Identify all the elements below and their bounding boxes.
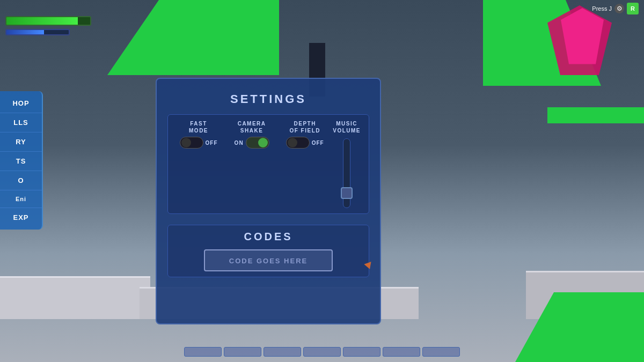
music-volume-thumb[interactable] [341, 187, 353, 199]
bottom-tab-1[interactable] [184, 347, 222, 357]
depth-of-field-state: OFF [312, 140, 324, 146]
energy-bar-fill [6, 30, 44, 34]
camera-shake-state-on: ON [235, 140, 244, 146]
camera-shake-toggle-container: ON [235, 137, 269, 149]
health-bar-fill [6, 17, 78, 25]
depth-of-field-toggle[interactable] [286, 137, 310, 149]
fast-mode-label: FASTMODE [189, 120, 208, 134]
depth-of-field-toggle-container: OFF [286, 137, 324, 149]
press-j-label: Press J [592, 5, 612, 12]
top-right-hud: Press J ⚙ R [592, 3, 639, 14]
sidebar-item-o[interactable]: O [0, 171, 42, 190]
camera-shake-group: CAMERASHAKE ON [229, 120, 274, 149]
health-bar [5, 16, 91, 26]
bottom-tab-7[interactable] [422, 347, 460, 357]
fast-mode-toggle-container: OFF [180, 137, 218, 149]
fast-mode-group: FASTMODE OFF [176, 120, 221, 149]
bottom-tab-3[interactable] [264, 347, 301, 357]
roblox-icon: R [627, 3, 639, 14]
bottom-tabs [184, 347, 460, 357]
settings-row: FASTMODE OFF CAMERASHAKE ON [167, 114, 369, 214]
fast-mode-knob [181, 138, 191, 147]
fast-mode-toggle[interactable] [180, 137, 203, 149]
depth-of-field-knob [288, 138, 297, 147]
camera-shake-toggle[interactable] [246, 137, 269, 149]
bottom-tab-6[interactable] [383, 347, 420, 357]
bottom-tab-2[interactable] [224, 347, 261, 357]
music-volume-slider[interactable] [343, 138, 350, 208]
bottom-tab-4[interactable] [303, 347, 341, 357]
settings-title: SETTINGS [230, 92, 306, 106]
depth-of-field-label: DEPTHOF FIELD [289, 120, 320, 134]
sidebar-item-hop[interactable]: HOP [0, 94, 42, 113]
music-volume-group: MUSICVOLUME [333, 120, 361, 208]
platform-mid-right [547, 107, 644, 123]
bottom-tab-5[interactable] [343, 347, 380, 357]
hud-bars [5, 16, 91, 35]
ground-left [0, 276, 150, 319]
codes-section: CODES [167, 225, 369, 277]
camera-shake-label: CAMERASHAKE [238, 120, 266, 134]
energy-bar [5, 29, 70, 35]
sidebar-item-exp[interactable]: EXP [0, 208, 42, 227]
sidebar-item-lls[interactable]: LLS [0, 113, 42, 132]
depth-of-field-group: DEPTHOF FIELD OFF [282, 120, 327, 149]
fast-mode-state: OFF [206, 140, 218, 146]
music-volume-label: MUSICVOLUME [333, 120, 361, 134]
sidebar-item-ts[interactable]: TS [0, 152, 42, 171]
gear-icon[interactable]: ⚙ [614, 4, 624, 13]
settings-panel: SETTINGS FASTMODE OFF CAMERASHAKE ON [156, 78, 381, 324]
camera-shake-knob [258, 138, 268, 147]
toggles-area: FASTMODE OFF CAMERASHAKE ON [176, 120, 327, 149]
sidebar-item-ry[interactable]: RY [0, 132, 42, 152]
sidebar: HOP LLS RY TS O Eni EXP [0, 91, 43, 230]
code-input[interactable] [204, 249, 333, 271]
sidebar-item-eni[interactable]: Eni [0, 190, 42, 208]
codes-title: CODES [244, 231, 292, 243]
